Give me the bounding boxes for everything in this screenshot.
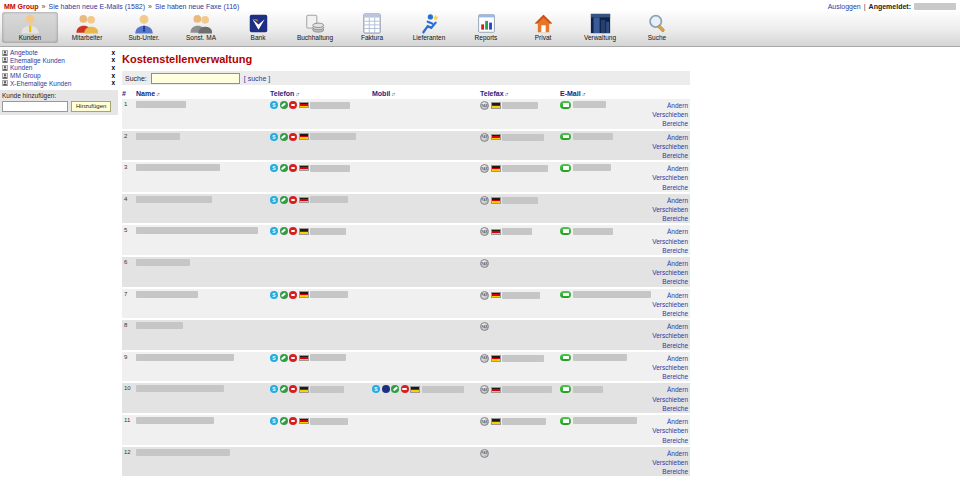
close-icon[interactable]: x xyxy=(111,73,115,79)
toolbar-item-buchhaltung[interactable]: Buchhaltung xyxy=(287,12,343,43)
sort-icon[interactable]: ↓↑ xyxy=(156,91,159,97)
email-icon[interactable] xyxy=(560,164,571,172)
close-icon[interactable]: x xyxy=(111,50,115,56)
phone-hangup-icon[interactable] xyxy=(289,354,297,362)
change-link[interactable]: Ändern xyxy=(642,164,688,173)
skype-call-icon[interactable]: S xyxy=(270,417,278,425)
email-icon[interactable] xyxy=(560,385,571,393)
column-header-telefax[interactable]: Telefax↓↑ xyxy=(480,87,560,99)
phone-call-icon[interactable] xyxy=(280,291,288,299)
phone-call-icon[interactable] xyxy=(280,196,288,204)
areas-link[interactable]: Bereiche xyxy=(642,372,688,381)
areas-link[interactable]: Bereiche xyxy=(642,341,688,350)
move-link[interactable]: Verschieben xyxy=(642,142,688,151)
skype-call-icon[interactable]: S xyxy=(372,385,380,393)
phone-call-icon[interactable] xyxy=(280,101,288,109)
skype-call-icon[interactable]: S xyxy=(270,164,278,172)
areas-link[interactable]: Bereiche xyxy=(642,119,688,128)
email-icon[interactable] xyxy=(560,417,571,425)
areas-link[interactable]: Bereiche xyxy=(642,467,688,476)
move-link[interactable]: Verschieben xyxy=(642,426,688,435)
areas-link[interactable]: Bereiche xyxy=(642,309,688,318)
skype-call-icon[interactable]: S xyxy=(270,101,278,109)
areas-link[interactable]: Bereiche xyxy=(642,246,688,255)
phone-call-icon[interactable] xyxy=(391,385,399,393)
toolbar-item-subunter[interactable]: Sub-Unter. xyxy=(116,12,172,43)
phone-hangup-icon[interactable] xyxy=(289,101,297,109)
column-header-email[interactable]: E-Mail↓↑ xyxy=(560,87,642,99)
areas-link[interactable]: Bereiche xyxy=(642,404,688,413)
move-link[interactable]: Verschieben xyxy=(642,331,688,340)
phone-hangup-icon[interactable] xyxy=(289,164,297,172)
move-link[interactable]: Verschieben xyxy=(642,237,688,246)
change-link[interactable]: Ändern xyxy=(642,449,688,458)
email-icon[interactable] xyxy=(560,354,571,362)
move-link[interactable]: Verschieben xyxy=(642,363,688,372)
move-link[interactable]: Verschieben xyxy=(642,395,688,404)
move-link[interactable]: Verschieben xyxy=(642,173,688,182)
skype-call-icon[interactable]: S xyxy=(270,385,278,393)
skype-call-icon[interactable]: S xyxy=(270,196,278,204)
change-link[interactable]: Ändern xyxy=(642,385,688,394)
add-customer-input[interactable] xyxy=(2,101,68,112)
email-icon[interactable] xyxy=(560,133,571,141)
change-link[interactable]: Ändern xyxy=(642,133,688,142)
sidebar-item-link[interactable]: Ehemalige Kunden xyxy=(10,57,109,64)
column-header-telefon[interactable]: Telefon↓↑ xyxy=(270,87,372,99)
close-icon[interactable]: x xyxy=(111,80,115,86)
search-input[interactable] xyxy=(151,73,240,84)
toolbar-item-mitarbeiter[interactable]: Mitarbeiter xyxy=(59,12,115,43)
areas-link[interactable]: Bereiche xyxy=(642,214,688,223)
change-link[interactable]: Ändern xyxy=(642,196,688,205)
sort-icon[interactable]: ↓↑ xyxy=(505,91,508,97)
toolbar-item-reports[interactable]: Reports xyxy=(458,12,514,43)
sms-icon[interactable] xyxy=(382,385,390,393)
phone-call-icon[interactable] xyxy=(280,164,288,172)
change-link[interactable]: Ändern xyxy=(642,417,688,426)
phone-call-icon[interactable] xyxy=(280,417,288,425)
move-link[interactable]: Verschieben xyxy=(642,110,688,119)
phone-call-icon[interactable] xyxy=(280,385,288,393)
phone-hangup-icon[interactable] xyxy=(289,133,297,141)
sidebar-item-link[interactable]: Kunden xyxy=(10,64,109,71)
toolbar-item-verwaltung[interactable]: Verwaltung xyxy=(572,12,628,43)
column-header-mobil[interactable]: Mobil↓↑ xyxy=(372,87,480,99)
areas-link[interactable]: Bereiche xyxy=(642,183,688,192)
move-link[interactable]: Verschieben xyxy=(642,205,688,214)
sort-icon[interactable]: ↓↑ xyxy=(582,91,585,97)
toolbar-item-bank[interactable]: Bank xyxy=(230,12,286,43)
breadcrumb-link[interactable]: Sie haben neue Faxe (116) xyxy=(155,3,239,10)
skype-call-icon[interactable]: S xyxy=(270,227,278,235)
toolbar-item-sonstma[interactable]: Sonst. MA xyxy=(173,12,229,43)
areas-link[interactable]: Bereiche xyxy=(642,277,688,286)
sidebar-item-link[interactable]: MM Group xyxy=(10,72,109,79)
phone-call-icon[interactable] xyxy=(280,227,288,235)
move-link[interactable]: Verschieben xyxy=(642,458,688,467)
change-link[interactable]: Ändern xyxy=(642,354,688,363)
change-link[interactable]: Ändern xyxy=(642,101,688,110)
areas-link[interactable]: Bereiche xyxy=(642,436,688,445)
toolbar-item-kunden[interactable]: Kunden xyxy=(2,12,58,43)
phone-hangup-icon[interactable] xyxy=(289,196,297,204)
column-header-name[interactable]: Name↓↑ xyxy=(136,87,270,99)
toolbar-item-faktura[interactable]: Faktura xyxy=(344,12,400,43)
change-link[interactable]: Ändern xyxy=(642,259,688,268)
skype-call-icon[interactable]: S xyxy=(270,354,278,362)
logout-link[interactable]: Ausloggen xyxy=(828,3,861,10)
change-link[interactable]: Ändern xyxy=(642,322,688,331)
phone-hangup-icon[interactable] xyxy=(401,385,409,393)
sort-icon[interactable]: ↓↑ xyxy=(391,91,394,97)
sort-icon[interactable]: ↓↑ xyxy=(295,91,298,97)
skype-call-icon[interactable]: S xyxy=(270,133,278,141)
phone-hangup-icon[interactable] xyxy=(289,417,297,425)
phone-hangup-icon[interactable] xyxy=(289,227,297,235)
phone-hangup-icon[interactable] xyxy=(289,291,297,299)
phone-call-icon[interactable] xyxy=(280,133,288,141)
phone-call-icon[interactable] xyxy=(280,354,288,362)
move-link[interactable]: Verschieben xyxy=(642,268,688,277)
phone-hangup-icon[interactable] xyxy=(289,385,297,393)
sidebar-item-link[interactable]: Angebote xyxy=(10,49,109,56)
change-link[interactable]: Ändern xyxy=(642,227,688,236)
close-icon[interactable]: x xyxy=(111,57,115,63)
move-link[interactable]: Verschieben xyxy=(642,300,688,309)
